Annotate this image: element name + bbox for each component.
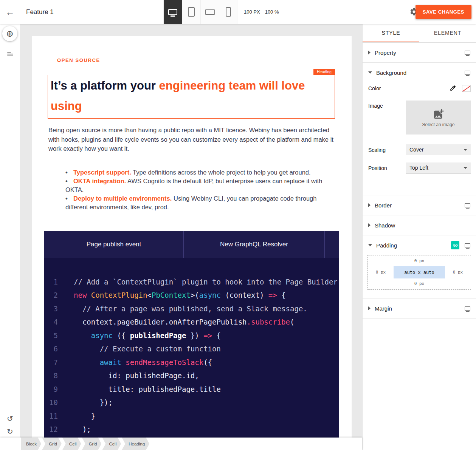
tab-style[interactable]: STYLE bbox=[363, 24, 419, 42]
padding-left-value[interactable]: 0 px bbox=[370, 270, 391, 275]
section-border-header[interactable]: Border bbox=[363, 195, 476, 215]
breadcrumb-grid-2[interactable]: Grid bbox=[82, 438, 102, 450]
link-icon bbox=[453, 243, 458, 248]
save-changes-button[interactable]: SAVE CHANGES bbox=[416, 5, 471, 19]
section-border: Border bbox=[363, 195, 476, 215]
bullet-icon: • bbox=[65, 168, 73, 177]
chevron-down-icon bbox=[464, 149, 467, 151]
desktop-scope-icon[interactable] bbox=[465, 51, 470, 55]
panel-tabs: STYLE ELEMENT bbox=[363, 24, 476, 43]
selected-heading-element[interactable]: Heading It’s a platform your engineering… bbox=[48, 75, 335, 119]
color-none-swatch[interactable] bbox=[462, 85, 471, 92]
list-icon bbox=[7, 52, 11, 53]
element-tree-button[interactable] bbox=[0, 49, 20, 59]
bullet-icon: • bbox=[65, 194, 73, 203]
padding-top-value[interactable]: 0 px bbox=[370, 258, 468, 263]
mobile-portrait-icon bbox=[226, 7, 231, 17]
page-content: OPEN SOURCE Heading It’s a platform your… bbox=[32, 36, 352, 448]
code-tab-partial bbox=[324, 231, 339, 258]
undo-icon: ↺ bbox=[7, 414, 13, 423]
plus-circle-icon: ⊕ bbox=[6, 29, 13, 39]
padding-size-value[interactable]: auto x auto bbox=[394, 266, 445, 278]
chevron-down-icon bbox=[368, 244, 372, 246]
back-arrow-icon: ← bbox=[6, 7, 15, 17]
padding-bottom-value[interactable]: 0 px bbox=[370, 281, 468, 286]
breadcrumb-cell-2[interactable]: Cell bbox=[102, 438, 121, 450]
top-bar: ← Feature 1 100 PX 100 % SAVE CHANGES bbox=[0, 0, 476, 24]
chevron-right-icon bbox=[368, 306, 371, 310]
heading-text: It’s a platform your engineering team wi… bbox=[51, 76, 330, 116]
section-shadow-header[interactable]: Shadow bbox=[363, 215, 476, 235]
background-settings: Color Image Select an image bbox=[363, 82, 476, 195]
zoom-width-value: 100 PX bbox=[244, 9, 260, 15]
code-line: 2new ContextPlugin<PbContext>(async (con… bbox=[44, 289, 339, 302]
paragraph-element[interactable]: Being open source is more than having a … bbox=[48, 125, 335, 153]
mobile-landscape-icon bbox=[205, 9, 215, 15]
desktop-scope-icon[interactable] bbox=[465, 243, 470, 247]
chevron-down-icon bbox=[368, 71, 372, 74]
list-item: •Deploy to multiple environments. Using … bbox=[48, 194, 335, 212]
chevron-right-icon bbox=[368, 203, 371, 207]
code-image-element[interactable]: Page publish event New GraphQL Resolver … bbox=[44, 231, 339, 448]
scaling-select[interactable]: Cover bbox=[406, 144, 471, 155]
section-shadow: Shadow bbox=[363, 215, 476, 235]
select-image-button[interactable]: Select an image bbox=[406, 101, 471, 135]
style-panel: STYLE ELEMENT Property Background Color bbox=[362, 24, 476, 450]
code-line: 5 async ({ publishedPage }) => { bbox=[44, 329, 339, 343]
code-tab-graphql-resolver: New GraphQL Resolver bbox=[183, 231, 324, 258]
add-element-button[interactable]: ⊕ bbox=[2, 26, 17, 41]
editor-root: ← Feature 1 100 PX 100 % SAVE CHANGES bbox=[0, 0, 476, 450]
code-line: 3 // After a page was published, send a … bbox=[44, 302, 339, 316]
breadcrumb-grid[interactable]: Grid bbox=[42, 438, 62, 450]
page-document: OPEN SOURCE Heading It’s a platform your… bbox=[32, 36, 352, 450]
device-mobile-landscape-button[interactable] bbox=[200, 0, 219, 24]
code-lines: 1// Add a `ContextPlugin` plugin to hook… bbox=[44, 258, 339, 436]
position-select[interactable]: Top Left bbox=[406, 162, 471, 173]
breadcrumb-heading[interactable]: Heading bbox=[122, 438, 149, 450]
section-background: Background Color Image bbox=[363, 63, 476, 195]
code-line: 6 // Execute a custom function bbox=[44, 342, 339, 356]
eyedropper-icon bbox=[450, 85, 456, 91]
padding-right-value[interactable]: 0 px bbox=[447, 270, 468, 275]
device-mobile-portrait-button[interactable] bbox=[219, 0, 237, 24]
page-title: Feature 1 bbox=[26, 8, 54, 16]
list-item: •Typescript support. Type definitions ac… bbox=[48, 168, 335, 177]
background-scaling-row: Scaling Cover bbox=[368, 144, 471, 155]
code-line: 9 title: publishedPage.title bbox=[44, 383, 339, 396]
desktop-scope-icon[interactable] bbox=[465, 71, 470, 75]
code-line: 1// Add a `ContextPlugin` plugin to hook… bbox=[44, 275, 339, 289]
chevron-right-icon bbox=[368, 223, 371, 227]
back-button[interactable]: ← bbox=[0, 0, 20, 24]
editor-canvas: OPEN SOURCE Heading It’s a platform your… bbox=[20, 24, 362, 450]
code-tabs-bar: Page publish event New GraphQL Resolver bbox=[44, 231, 339, 258]
tab-element[interactable]: ELEMENT bbox=[419, 24, 476, 42]
section-background-header[interactable]: Background bbox=[363, 63, 476, 82]
section-property-header[interactable]: Property bbox=[363, 43, 476, 62]
chevron-down-icon bbox=[464, 167, 467, 169]
zoom-info: 100 PX 100 % bbox=[244, 0, 279, 24]
redo-button[interactable]: ↻ bbox=[0, 427, 20, 436]
device-desktop-button[interactable] bbox=[163, 0, 182, 24]
code-line: 7 await sendMessageToSlack({ bbox=[44, 356, 339, 370]
kicker-text[interactable]: OPEN SOURCE bbox=[57, 57, 336, 63]
list-item: •OKTA integration. AWS Cognito is the de… bbox=[48, 177, 335, 194]
background-image-row: Image Select an image bbox=[368, 101, 471, 135]
link-values-button[interactable] bbox=[451, 241, 459, 249]
desktop-scope-icon[interactable] bbox=[465, 203, 470, 207]
section-padding-header[interactable]: Padding bbox=[363, 235, 476, 255]
device-tablet-button[interactable] bbox=[182, 0, 200, 24]
undo-button[interactable]: ↺ bbox=[0, 414, 20, 423]
chevron-right-icon bbox=[368, 51, 371, 54]
breadcrumb-block[interactable]: Block bbox=[21, 438, 41, 450]
tablet-icon bbox=[188, 7, 195, 17]
color-picker-button[interactable] bbox=[450, 85, 457, 92]
code-line: 11 } bbox=[44, 410, 339, 423]
device-preview-switcher bbox=[163, 0, 237, 24]
section-margin-header[interactable]: Margin bbox=[363, 298, 476, 318]
desktop-scope-icon[interactable] bbox=[465, 306, 470, 311]
code-tab-page-publish: Page publish event bbox=[44, 231, 183, 258]
bullet-icon: • bbox=[65, 177, 73, 186]
bullet-list-element[interactable]: •Typescript support. Type definitions ac… bbox=[48, 168, 335, 212]
breadcrumb-cell[interactable]: Cell bbox=[62, 438, 81, 450]
section-padding: Padding 0 px 0 px auto x auto 0 px 0 px bbox=[363, 235, 476, 298]
